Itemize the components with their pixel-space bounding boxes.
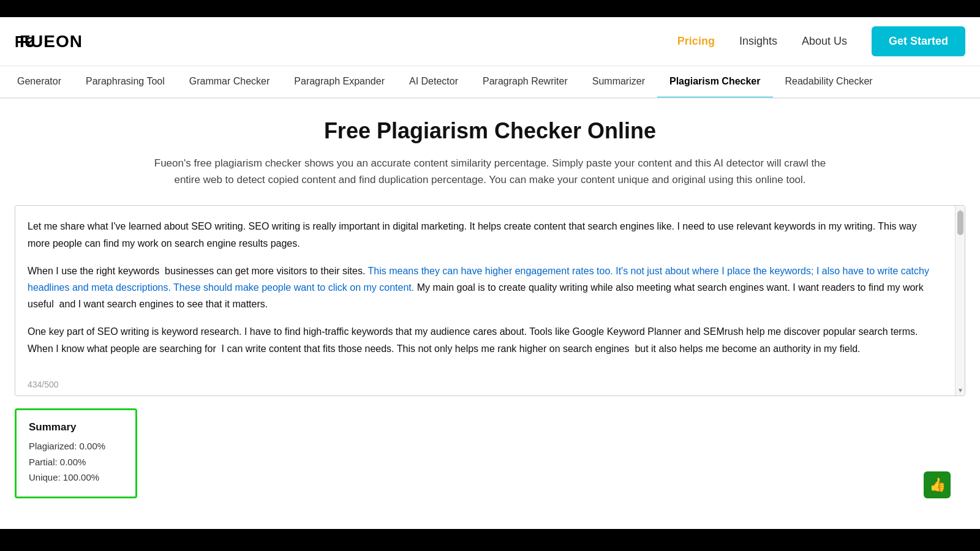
tool-nav-readability[interactable]: Readability Checker — [773, 66, 885, 99]
text-paragraph-2: When I use the right keywords businesses… — [28, 263, 940, 313]
scrollbar[interactable]: ▲ ▼ — [955, 206, 965, 395]
tool-nav-generator[interactable]: Generator — [5, 66, 74, 99]
page-title: Free Plagiarism Checker Online — [15, 118, 965, 144]
summary-box: Summary Plagiarized: 0.00% Partial: 0.00… — [15, 408, 137, 498]
summary-row: Summary Plagiarized: 0.00% Partial: 0.00… — [15, 403, 965, 498]
summary-plagiarized: Plagiarized: 0.00% — [29, 438, 123, 454]
nav-insights[interactable]: Insights — [739, 35, 777, 48]
tool-nav-paragraph-rewriter[interactable]: Paragraph Rewriter — [470, 66, 580, 99]
scroll-arrow-down[interactable]: ▼ — [957, 387, 963, 393]
tool-nav-paragraph-expander[interactable]: Paragraph Expander — [282, 66, 397, 99]
text-area-wrapper: Let me share what I've learned about SEO… — [15, 205, 965, 396]
nav-pricing[interactable]: Pricing — [677, 35, 715, 48]
header-nav: Pricing Insights About Us Get Started — [677, 26, 965, 56]
main-content: Free Plagiarism Checker Online Fueon's f… — [0, 99, 980, 513]
text-paragraph-1: Let me share what I've learned about SEO… — [28, 218, 940, 251]
thumbs-up-icon: 👍 — [929, 477, 946, 493]
summary-unique: Unique: 100.00% — [29, 470, 123, 485]
tool-nav-plagiarism-checker[interactable]: Plagiarism Checker — [657, 66, 773, 99]
tool-nav-grammar[interactable]: Grammar Checker — [177, 66, 282, 99]
logo-text: FUEON — [20, 32, 83, 51]
text-content[interactable]: Let me share what I've learned about SEO… — [15, 206, 965, 377]
scroll-thumb[interactable] — [957, 211, 963, 235]
bottom-bar — [0, 529, 980, 551]
word-count: 434/500 — [15, 377, 965, 395]
tool-nav-ai-detector[interactable]: AI Detector — [397, 66, 470, 99]
top-bar — [0, 0, 980, 17]
logo[interactable]: FUE FUEON — [15, 32, 83, 51]
header: FUE FUEON Pricing Insights About Us Get … — [0, 17, 980, 66]
nav-about-us[interactable]: About Us — [802, 35, 847, 48]
summary-title: Summary — [29, 421, 123, 433]
summary-partial: Partial: 0.00% — [29, 454, 123, 470]
text-highlight-1: This means they can have higher engageme… — [28, 266, 929, 293]
tool-nav-paraphrasing[interactable]: Paraphrasing Tool — [74, 66, 177, 99]
tool-nav-summarizer[interactable]: Summarizer — [580, 66, 657, 99]
get-started-button[interactable]: Get Started — [872, 26, 965, 56]
thumbs-up-button[interactable]: 👍 — [924, 471, 951, 498]
text-paragraph-3: One key part of SEO writing is keyword r… — [28, 323, 940, 356]
tool-nav: Generator Paraphrasing Tool Grammar Chec… — [0, 66, 980, 99]
page-subtitle: Fueon's free plagiarism checker shows yo… — [153, 155, 827, 188]
